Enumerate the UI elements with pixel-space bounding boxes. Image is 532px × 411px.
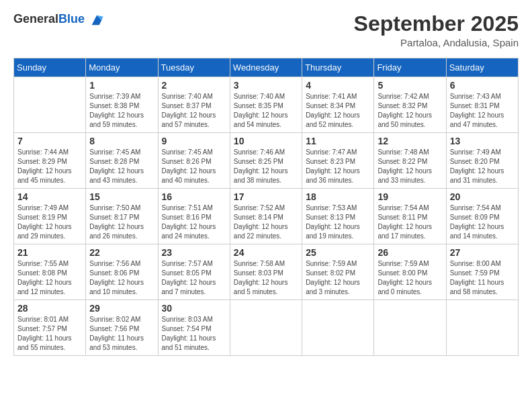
table-row: 9Sunrise: 7:45 AM Sunset: 8:26 PM Daylig… [158, 133, 230, 189]
day-number: 20 [450, 191, 515, 202]
day-info: Sunrise: 8:01 AM Sunset: 7:57 PM Dayligh… [17, 315, 82, 353]
day-number: 6 [450, 80, 515, 91]
table-row [14, 77, 86, 133]
calendar-week-row: 1Sunrise: 7:39 AM Sunset: 8:38 PM Daylig… [14, 77, 519, 133]
day-number: 16 [162, 191, 226, 202]
table-row: 21Sunrise: 7:55 AM Sunset: 8:08 PM Dayli… [14, 244, 86, 300]
table-row: 6Sunrise: 7:43 AM Sunset: 8:31 PM Daylig… [446, 77, 518, 133]
day-number: 8 [89, 136, 154, 146]
header-sunday: Sunday [14, 58, 86, 77]
table-row: 2Sunrise: 7:40 AM Sunset: 8:37 PM Daylig… [158, 77, 230, 133]
table-row: 28Sunrise: 8:01 AM Sunset: 7:57 PM Dayli… [14, 300, 86, 356]
logo-icon [89, 13, 104, 28]
day-info: Sunrise: 7:42 AM Sunset: 8:32 PM Dayligh… [378, 92, 442, 130]
table-row: 7Sunrise: 7:44 AM Sunset: 8:29 PM Daylig… [14, 133, 86, 189]
day-number: 9 [162, 136, 226, 146]
table-row: 3Sunrise: 7:40 AM Sunset: 8:35 PM Daylig… [230, 77, 302, 133]
day-number: 4 [306, 80, 370, 91]
page: GeneralBlue September 2025 Partaloa, And… [0, 0, 532, 411]
day-number: 30 [162, 303, 226, 314]
day-number: 2 [162, 80, 226, 91]
day-info: Sunrise: 7:48 AM Sunset: 8:22 PM Dayligh… [378, 148, 442, 185]
logo-blue-text: Blue [58, 12, 85, 26]
table-row: 20Sunrise: 7:54 AM Sunset: 8:09 PM Dayli… [446, 189, 518, 244]
table-row: 17Sunrise: 7:52 AM Sunset: 8:14 PM Dayli… [230, 189, 302, 244]
table-row: 18Sunrise: 7:53 AM Sunset: 8:13 PM Dayli… [302, 189, 374, 244]
day-number: 15 [89, 191, 154, 202]
day-info: Sunrise: 8:02 AM Sunset: 7:56 PM Dayligh… [89, 315, 154, 353]
day-number: 7 [17, 136, 82, 146]
day-info: Sunrise: 7:47 AM Sunset: 8:23 PM Dayligh… [306, 148, 370, 185]
day-number: 5 [378, 80, 442, 91]
day-number: 27 [450, 247, 515, 258]
day-number: 26 [378, 247, 442, 258]
day-info: Sunrise: 8:03 AM Sunset: 7:54 PM Dayligh… [162, 315, 226, 353]
table-row: 12Sunrise: 7:48 AM Sunset: 8:22 PM Dayli… [374, 133, 446, 189]
calendar-week-row: 21Sunrise: 7:55 AM Sunset: 8:08 PM Dayli… [14, 244, 519, 300]
calendar-table: Sunday Monday Tuesday Wednesday Thursday… [13, 58, 519, 356]
table-row: 8Sunrise: 7:45 AM Sunset: 8:28 PM Daylig… [86, 133, 158, 189]
day-number: 10 [234, 136, 298, 146]
title-location: Partaloa, Andalusia, Spain [354, 37, 519, 48]
day-info: Sunrise: 7:43 AM Sunset: 8:31 PM Dayligh… [450, 92, 515, 130]
day-number: 12 [378, 136, 442, 146]
table-row: 14Sunrise: 7:49 AM Sunset: 8:19 PM Dayli… [14, 189, 86, 244]
day-info: Sunrise: 7:54 AM Sunset: 8:09 PM Dayligh… [450, 203, 515, 241]
day-number: 18 [306, 191, 370, 202]
day-info: Sunrise: 7:41 AM Sunset: 8:34 PM Dayligh… [306, 92, 370, 130]
calendar-week-row: 14Sunrise: 7:49 AM Sunset: 8:19 PM Dayli… [14, 189, 519, 244]
day-info: Sunrise: 7:44 AM Sunset: 8:29 PM Dayligh… [17, 148, 82, 185]
table-row [302, 300, 374, 356]
title-block: September 2025 Partaloa, Andalusia, Spai… [354, 12, 519, 48]
table-row: 10Sunrise: 7:46 AM Sunset: 8:25 PM Dayli… [230, 133, 302, 189]
calendar-week-row: 28Sunrise: 8:01 AM Sunset: 7:57 PM Dayli… [14, 300, 519, 356]
table-row: 13Sunrise: 7:49 AM Sunset: 8:20 PM Dayli… [446, 133, 518, 189]
day-info: Sunrise: 7:57 AM Sunset: 8:05 PM Dayligh… [162, 259, 226, 297]
day-number: 3 [234, 80, 298, 91]
day-info: Sunrise: 7:52 AM Sunset: 8:14 PM Dayligh… [234, 203, 298, 241]
table-row: 15Sunrise: 7:50 AM Sunset: 8:17 PM Dayli… [86, 189, 158, 244]
table-row: 27Sunrise: 8:00 AM Sunset: 7:59 PM Dayli… [446, 244, 518, 300]
day-number: 24 [234, 247, 298, 258]
table-row: 25Sunrise: 7:59 AM Sunset: 8:02 PM Dayli… [302, 244, 374, 300]
day-info: Sunrise: 7:40 AM Sunset: 8:37 PM Dayligh… [162, 92, 226, 130]
day-number: 19 [378, 191, 442, 202]
day-info: Sunrise: 7:55 AM Sunset: 8:08 PM Dayligh… [17, 259, 82, 297]
day-info: Sunrise: 7:59 AM Sunset: 8:00 PM Dayligh… [378, 259, 442, 297]
day-number: 23 [162, 247, 226, 258]
title-month: September 2025 [354, 12, 519, 36]
day-number: 14 [17, 191, 82, 202]
day-info: Sunrise: 7:59 AM Sunset: 8:02 PM Dayligh… [306, 259, 370, 297]
table-row: 23Sunrise: 7:57 AM Sunset: 8:05 PM Dayli… [158, 244, 230, 300]
day-number: 28 [17, 303, 82, 314]
table-row: 26Sunrise: 7:59 AM Sunset: 8:00 PM Dayli… [374, 244, 446, 300]
table-row [230, 300, 302, 356]
day-info: Sunrise: 7:49 AM Sunset: 8:20 PM Dayligh… [450, 148, 515, 185]
day-number: 21 [17, 247, 82, 258]
table-row: 19Sunrise: 7:54 AM Sunset: 8:11 PM Dayli… [374, 189, 446, 244]
table-row: 29Sunrise: 8:02 AM Sunset: 7:56 PM Dayli… [86, 300, 158, 356]
header-wednesday: Wednesday [230, 58, 302, 77]
day-info: Sunrise: 7:53 AM Sunset: 8:13 PM Dayligh… [306, 203, 370, 241]
table-row: 30Sunrise: 8:03 AM Sunset: 7:54 PM Dayli… [158, 300, 230, 356]
logo: GeneralBlue [13, 12, 104, 28]
table-row: 4Sunrise: 7:41 AM Sunset: 8:34 PM Daylig… [302, 77, 374, 133]
table-row: 16Sunrise: 7:51 AM Sunset: 8:16 PM Dayli… [158, 189, 230, 244]
day-number: 25 [306, 247, 370, 258]
day-info: Sunrise: 8:00 AM Sunset: 7:59 PM Dayligh… [450, 259, 515, 297]
header: GeneralBlue September 2025 Partaloa, And… [13, 12, 519, 48]
day-info: Sunrise: 7:58 AM Sunset: 8:03 PM Dayligh… [234, 259, 298, 297]
day-info: Sunrise: 7:46 AM Sunset: 8:25 PM Dayligh… [234, 148, 298, 185]
header-thursday: Thursday [302, 58, 374, 77]
day-info: Sunrise: 7:45 AM Sunset: 8:28 PM Dayligh… [89, 148, 154, 185]
day-number: 1 [89, 80, 154, 91]
table-row [446, 300, 518, 356]
day-number: 11 [306, 136, 370, 146]
header-saturday: Saturday [446, 58, 518, 77]
day-info: Sunrise: 7:51 AM Sunset: 8:16 PM Dayligh… [162, 203, 226, 241]
day-info: Sunrise: 7:56 AM Sunset: 8:06 PM Dayligh… [89, 259, 154, 297]
day-info: Sunrise: 7:39 AM Sunset: 8:38 PM Dayligh… [89, 92, 154, 130]
weekday-header-row: Sunday Monday Tuesday Wednesday Thursday… [14, 58, 519, 77]
table-row [374, 300, 446, 356]
header-tuesday: Tuesday [158, 58, 230, 77]
